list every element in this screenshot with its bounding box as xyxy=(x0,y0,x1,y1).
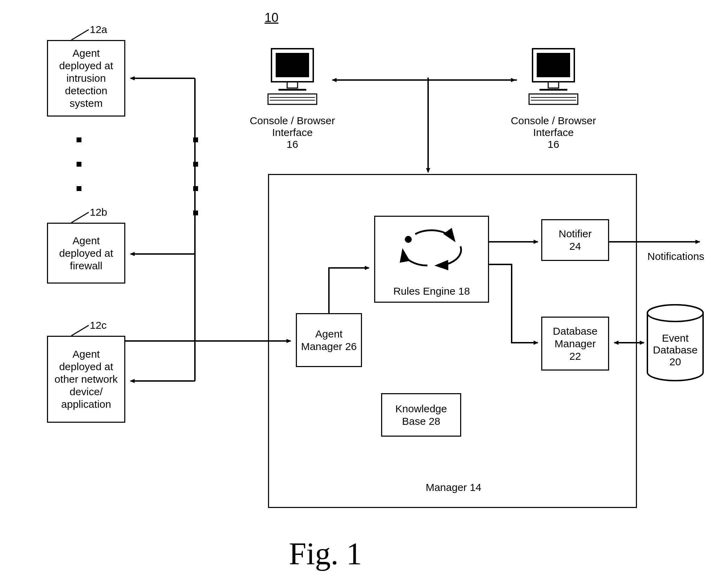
svg-point-19 xyxy=(647,305,703,321)
svg-line-1 xyxy=(71,212,89,223)
agent-manager-label: Agent Manager 26 xyxy=(297,328,361,353)
agent-12a-text: Agent deployed at intrusion detection sy… xyxy=(48,47,124,110)
notifier-num: 24 xyxy=(569,240,581,253)
manager-label: Manager 14 xyxy=(419,481,488,494)
db-manager-box: Database Manager 22 xyxy=(541,317,609,371)
svg-line-2 xyxy=(71,325,89,336)
svg-rect-14 xyxy=(529,94,578,104)
console-right-label: Console / Browser Interface 16 xyxy=(498,115,609,150)
console-left-label: Console / Browser Interface 16 xyxy=(237,115,348,150)
notifications-label: Notifications xyxy=(647,251,704,262)
svg-point-17 xyxy=(405,236,412,243)
svg-rect-12 xyxy=(548,82,559,88)
agent-manager-box: Agent Manager 26 xyxy=(296,313,362,367)
svg-rect-4 xyxy=(276,53,309,77)
console-right-icon xyxy=(519,45,588,116)
ref-12a: 12a xyxy=(90,24,107,35)
event-database-label: Event Database20 xyxy=(646,332,705,368)
figure-caption: Fig. 1 xyxy=(289,536,362,572)
notifier-box: Notifier 24 xyxy=(541,219,609,261)
dots-icon xyxy=(193,210,198,215)
svg-rect-11 xyxy=(537,53,570,77)
knowledge-base-label: Knowledge Base 28 xyxy=(382,403,460,428)
agent-box-12c: Agent deployed at other network device/ … xyxy=(47,336,125,423)
dots-icon xyxy=(193,186,198,191)
svg-rect-7 xyxy=(268,94,317,104)
db-manager-label: Database Manager xyxy=(542,325,608,350)
figure-number: 10 xyxy=(265,10,278,25)
agent-12b-text: Agent deployed at firewall xyxy=(48,235,124,272)
agent-box-12b: Agent deployed at firewall xyxy=(47,223,125,284)
dots-icon xyxy=(77,137,81,142)
dots-icon xyxy=(193,137,198,142)
cycle-icon xyxy=(380,220,485,279)
db-manager-num: 22 xyxy=(569,350,581,363)
dots-icon xyxy=(193,162,198,167)
ref-12b: 12b xyxy=(90,206,107,218)
dots-icon xyxy=(77,186,81,191)
agent-12c-text: Agent deployed at other network device/ … xyxy=(48,348,124,411)
diagram-stage: 10 Agent deployed at intrusion detection… xyxy=(0,0,709,588)
knowledge-base-box: Knowledge Base 28 xyxy=(381,393,461,437)
agent-box-12a: Agent deployed at intrusion detection sy… xyxy=(47,40,125,117)
rules-engine-label: Rules Engine 18 xyxy=(393,285,470,297)
svg-line-0 xyxy=(71,30,89,40)
rules-engine-box: Rules Engine 18 xyxy=(374,216,489,303)
console-left-icon xyxy=(258,45,327,116)
ref-12c: 12c xyxy=(90,319,107,331)
notifier-label: Notifier xyxy=(559,228,592,240)
svg-rect-5 xyxy=(287,82,298,88)
dots-icon xyxy=(77,162,81,167)
